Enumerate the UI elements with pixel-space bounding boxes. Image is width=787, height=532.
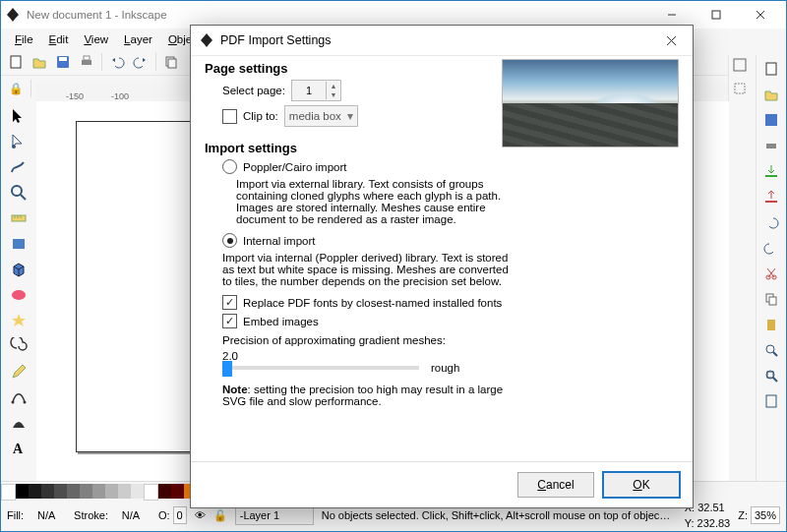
tool-pencil-icon[interactable] [5, 359, 32, 384]
menu-file[interactable]: File [7, 31, 41, 47]
cmd-new-icon[interactable] [759, 57, 783, 81]
swatch[interactable] [144, 484, 158, 501]
cmd-copy-icon[interactable] [759, 287, 783, 311]
dialog-titlebar: PDF Import Settings [191, 26, 693, 56]
svg-rect-43 [769, 297, 776, 305]
opacity-field[interactable]: O: 0 [158, 506, 187, 524]
cmd-redo-icon[interactable] [759, 236, 783, 260]
swatch[interactable] [131, 484, 144, 499]
layer-visibility-icon[interactable]: 👁 [195, 509, 206, 521]
opacity-value[interactable]: 0 [173, 506, 187, 524]
tool-spiral-icon[interactable] [5, 333, 32, 359]
tool-zoom-icon[interactable] [5, 180, 32, 206]
cmd-open-icon[interactable] [759, 83, 783, 106]
tool-3dbox-icon[interactable] [5, 257, 32, 282]
tool-rect-icon[interactable] [5, 231, 32, 257]
menu-edit[interactable]: Edit [41, 31, 77, 47]
cmd-paste-icon[interactable] [759, 313, 783, 336]
zoom-field[interactable]: Z: 35% [738, 506, 780, 524]
swatch[interactable] [105, 484, 118, 499]
cmd-print-icon[interactable] [759, 134, 783, 157]
svg-rect-1 [712, 11, 720, 19]
tb-undo-icon[interactable] [106, 51, 128, 73]
cmd-zoomdraw-icon[interactable] [759, 364, 783, 387]
cmd-export-icon[interactable] [759, 185, 783, 208]
tool-star-icon[interactable] [5, 308, 32, 333]
slider-thumb[interactable] [222, 361, 232, 377]
tb-copy-icon[interactable] [160, 51, 182, 73]
cancel-button[interactable]: Cancel [517, 472, 594, 498]
swatch[interactable] [16, 484, 29, 499]
layer-selector[interactable]: -Layer 1 [235, 505, 314, 525]
swatch[interactable] [54, 484, 67, 499]
poppler-radio-row[interactable]: Poppler/Cairo import [222, 159, 679, 174]
layer-lock-icon[interactable]: 🔓 [213, 509, 227, 522]
clip-to-checkbox[interactable] [222, 109, 237, 124]
clip-to-combo[interactable]: media box ▾ [284, 105, 358, 127]
swatch[interactable] [158, 484, 171, 499]
swatch[interactable] [118, 484, 131, 499]
snap-bbox-icon[interactable] [732, 81, 754, 102]
inkscape-logo-icon [199, 32, 214, 48]
select-page-spinner[interactable]: ▲▼ [291, 80, 341, 101]
tb-open-icon[interactable] [29, 51, 50, 73]
lock-icon[interactable]: 🔒 [5, 78, 27, 99]
tb-redo-icon[interactable] [130, 51, 151, 73]
svg-rect-28 [13, 239, 25, 249]
replace-fonts-checkbox[interactable] [222, 295, 237, 310]
tb-new-icon[interactable] [5, 51, 27, 73]
cmd-zoompage-icon[interactable] [759, 389, 783, 413]
coord-y-value: 232.83 [697, 517, 731, 529]
zoom-label: Z: [738, 509, 748, 521]
fill-indicator[interactable]: Fill: N/A [7, 509, 66, 521]
dialog-body: Page settings Select page: ▲▼ Clip to: m… [205, 55, 679, 462]
menu-view[interactable]: View [76, 31, 116, 47]
stroke-indicator[interactable]: Stroke: N/A [74, 509, 151, 521]
tool-node-icon[interactable] [5, 129, 32, 154]
embed-images-row[interactable]: Embed images [222, 314, 679, 328]
swatch[interactable] [92, 484, 105, 499]
swatch[interactable] [171, 484, 184, 499]
tb-save-icon[interactable] [52, 51, 74, 73]
swatch[interactable] [29, 484, 41, 499]
tb-print-icon[interactable] [76, 51, 97, 73]
tool-selector-icon[interactable] [5, 103, 32, 129]
swatch[interactable] [41, 484, 54, 499]
zoom-value[interactable]: 35% [751, 506, 780, 524]
separator [101, 53, 102, 71]
dialog-close-button[interactable] [657, 29, 685, 52]
close-button[interactable] [738, 1, 782, 29]
tool-tweak-icon[interactable] [5, 154, 32, 180]
svg-point-31 [24, 401, 27, 404]
tool-text-icon[interactable]: A [5, 436, 32, 461]
commands-bar [756, 55, 786, 482]
cmd-save-icon[interactable] [759, 108, 783, 132]
tool-bezier-icon[interactable] [5, 384, 32, 410]
embed-images-checkbox[interactable] [222, 314, 237, 328]
replace-fonts-row[interactable]: Replace PDF fonts by closest-named insta… [222, 295, 679, 310]
poppler-radio[interactable] [222, 159, 237, 174]
swatch-none-icon[interactable] [1, 484, 16, 501]
clip-to-label: Clip to: [243, 110, 278, 122]
chevron-down-icon: ▾ [347, 109, 353, 123]
select-page-input[interactable] [292, 81, 326, 100]
menu-layer[interactable]: Layer [116, 31, 160, 47]
swatch[interactable] [67, 484, 80, 499]
cmd-cut-icon[interactable] [759, 262, 783, 285]
precision-slider[interactable] [222, 366, 419, 370]
internal-radio[interactable] [222, 233, 237, 248]
cmd-import-icon[interactable] [759, 159, 783, 183]
ok-button[interactable]: OK [602, 471, 681, 499]
spinner-arrows[interactable]: ▲▼ [326, 82, 340, 99]
internal-radio-row[interactable]: Internal import [222, 233, 679, 248]
svg-rect-44 [767, 320, 775, 330]
cmd-undo-icon[interactable] [759, 210, 783, 234]
tool-calligraphy-icon[interactable] [5, 410, 32, 436]
svg-line-23 [21, 195, 26, 200]
cmd-zoomsel-icon[interactable] [759, 338, 783, 362]
tool-ellipse-icon[interactable] [5, 282, 32, 308]
swatch[interactable] [80, 484, 92, 499]
snap-toggle-icon[interactable] [732, 57, 754, 79]
maximize-button[interactable] [694, 1, 738, 29]
tool-measure-icon[interactable] [5, 206, 32, 231]
